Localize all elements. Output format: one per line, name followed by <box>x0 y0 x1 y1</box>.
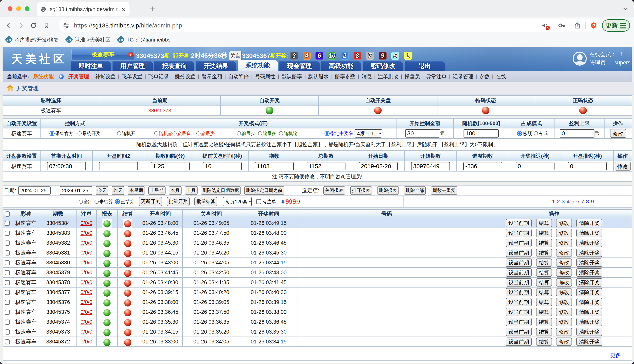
page-link[interactable]: 5 <box>571 198 574 205</box>
new-tab-button[interactable] <box>149 5 156 12</box>
bets-link[interactable]: 0/0/0 <box>81 339 92 345</box>
set-current-period-button[interactable]: 设当前期 <box>506 239 532 247</box>
settle-status-light[interactable] <box>124 230 131 237</box>
set-current-period-button[interactable]: 设当前期 <box>506 338 532 346</box>
row-checkbox[interactable] <box>5 250 10 256</box>
bookmark-button[interactable] <box>43 22 50 29</box>
subnav-item[interactable]: 飞单记录 <box>148 74 169 80</box>
nav-tab-即时注单[interactable]: 即时注单 <box>71 61 111 71</box>
row-checkbox[interactable] <box>5 221 10 226</box>
modify-button[interactable]: 修改 <box>556 248 572 257</box>
modify-button[interactable]: 修改 <box>556 219 572 227</box>
settle-status-light[interactable] <box>124 280 131 287</box>
control-radio-option[interactable]: 系统开奖 <box>78 130 101 136</box>
row-checkbox[interactable] <box>5 290 10 295</box>
clear-draw-button[interactable]: 清除开奖 <box>576 258 602 267</box>
report-status-light[interactable] <box>104 309 111 316</box>
game-select-dropdown[interactable]: 极速赛车 <box>71 48 135 61</box>
set-current-period-button[interactable]: 设当前期 <box>506 308 532 316</box>
share-radio-option[interactable]: 占成 <box>534 130 547 136</box>
set-current-period-button[interactable]: 设当前期 <box>506 258 532 267</box>
param-input[interactable] <box>203 162 242 170</box>
row-checkbox[interactable] <box>5 330 10 334</box>
subnav-item[interactable]: 消息 <box>361 74 372 80</box>
forward-button[interactable] <box>18 22 24 29</box>
report-status-light[interactable] <box>104 270 111 277</box>
row-checkbox[interactable] <box>5 280 10 285</box>
settle-status-light[interactable] <box>124 329 131 336</box>
subnav-item[interactable]: 赚分设置 <box>175 74 196 80</box>
nav-tab-开奖结果[interactable]: 开奖结果 <box>196 61 236 71</box>
subnav-item[interactable]: 异常注单 <box>426 74 446 80</box>
param-input[interactable] <box>255 162 294 170</box>
date-to-input[interactable] <box>60 186 92 195</box>
mode-radio-option[interactable]: 随机赢 <box>154 130 173 136</box>
radio-button[interactable] <box>237 132 241 136</box>
radio-button[interactable] <box>325 131 330 136</box>
settle-button[interactable]: 结算 <box>536 278 552 286</box>
subnav-item[interactable]: 警示金额 <box>202 74 222 80</box>
bets-link[interactable]: 0/0/0 <box>81 240 92 246</box>
tab-muted-icon[interactable]: ✕ <box>541 22 548 29</box>
set-current-period-button[interactable]: 设当前期 <box>506 318 532 326</box>
modify-button[interactable]: 修改 <box>556 268 572 277</box>
settle-button[interactable]: 结算 <box>536 298 552 306</box>
modify-button[interactable]: 修改 <box>556 288 572 296</box>
window-minimize-button[interactable] <box>16 6 21 11</box>
bets-link[interactable]: 0/0/0 <box>81 260 92 266</box>
set-current-period-button[interactable]: 设当前期 <box>506 288 532 296</box>
modify-button[interactable]: 修改 <box>556 318 572 326</box>
mode-radio-option[interactable]: 随机输 <box>279 130 297 136</box>
subnav-item[interactable]: 操盘员 <box>405 74 420 80</box>
bookmark-item[interactable]: Tm TG： @tianmeibbs <box>118 36 170 43</box>
settle-status-light[interactable] <box>124 250 131 257</box>
share-icon[interactable] <box>573 22 581 29</box>
address-bar[interactable]: https://sg138.timibbs.vip/hide/admin.php… <box>59 18 601 32</box>
back-button[interactable] <box>5 22 12 29</box>
radio-button[interactable] <box>196 132 201 136</box>
modify-button[interactable]: 修改 <box>556 298 572 306</box>
set-current-period-button[interactable]: 设当前期 <box>506 278 532 286</box>
profit-cap-input[interactable] <box>560 129 594 138</box>
modify-button[interactable]: 修改 <box>556 258 572 267</box>
clear-draw-button[interactable]: 清除开奖 <box>576 308 602 316</box>
subnav-item[interactable]: 默认退水 <box>308 74 329 80</box>
page-link[interactable]: 3 <box>562 198 565 205</box>
row-checkbox[interactable] <box>5 260 10 266</box>
clear-draw-button[interactable]: 清除开奖 <box>576 248 602 257</box>
settle-status-light[interactable] <box>124 319 131 326</box>
clear-draw-button[interactable]: 清除开奖 <box>576 318 602 326</box>
modify-button[interactable]: 修改 <box>556 308 572 316</box>
subnav-item[interactable]: 赔率参数 <box>335 74 355 80</box>
report-status-light[interactable] <box>104 240 111 247</box>
mode-radio-option[interactable]: 指定中奖率 <box>325 130 353 136</box>
radio-button[interactable] <box>154 132 158 136</box>
clear-draw-button[interactable]: 清除开奖 <box>576 298 602 306</box>
modify-button[interactable]: 修改 <box>610 129 626 138</box>
radio-button[interactable] <box>117 132 121 136</box>
share-radio-option[interactable]: 总额 <box>517 130 532 136</box>
settle-button[interactable]: 结算 <box>536 338 552 346</box>
modify-button[interactable]: 修改 <box>615 162 631 170</box>
bets-link[interactable]: 0/0/0 <box>81 280 92 285</box>
row-checkbox[interactable] <box>5 270 10 275</box>
radio-button[interactable] <box>50 131 55 136</box>
settle-button[interactable]: 结算 <box>536 268 552 277</box>
param-input[interactable] <box>568 162 607 170</box>
row-checkbox[interactable] <box>5 310 10 315</box>
page-link[interactable]: 8 <box>586 198 589 205</box>
start-amount-input[interactable] <box>405 129 440 138</box>
normal-code-status-light[interactable] <box>579 107 587 114</box>
nav-tab-报表查询[interactable]: 报表查询 <box>154 61 194 71</box>
password-key-icon[interactable] <box>558 22 565 30</box>
settle-status-light[interactable] <box>124 270 131 277</box>
subnav-item[interactable]: 记录管理 <box>453 74 473 80</box>
window-close-button[interactable] <box>8 6 13 11</box>
batch-action-button[interactable]: 批量开奖 <box>167 197 190 206</box>
quick-date-button[interactable]: 删除选定日期数据 <box>201 186 241 195</box>
quick-date-button[interactable]: 删除指定日期之前 <box>244 186 284 195</box>
mode-radio-option[interactable]: 输最少 <box>237 130 255 136</box>
param-input[interactable] <box>463 162 502 170</box>
page-link[interactable]: 2 <box>557 198 560 205</box>
quick-date-button[interactable]: 上月 <box>185 186 198 195</box>
